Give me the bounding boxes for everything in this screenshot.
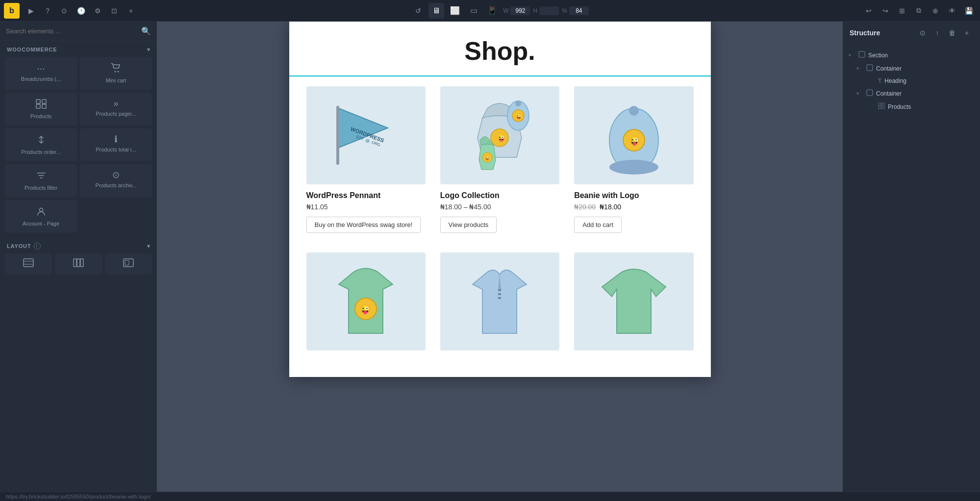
shop-header: Shop. <box>289 22 711 76</box>
product-card-beanie: 😜 Beanie with Logo ₦20.00 ₦18.00 Add to … <box>567 76 701 243</box>
layout-toggle[interactable]: ▾ <box>147 243 150 250</box>
add-action-button[interactable]: + <box>960 26 973 39</box>
elements-grid: ··· Breadcrumbs (... Mini cart <box>0 57 157 238</box>
container1-element-icon <box>866 64 873 73</box>
layout-section-element[interactable] <box>5 253 52 275</box>
svg-point-28 <box>609 160 658 175</box>
product-card-longsleeve <box>567 243 701 367</box>
polo-svg <box>463 262 536 341</box>
toolbar-center: ↺ 🖥 ⬜ ▭ 📱 W H % <box>140 3 859 19</box>
layout-section: LAYOUT i ▾ <box>0 238 157 275</box>
right-sidebar-header: Structure ⊙ ↑ 🗑 + <box>843 22 980 45</box>
settings-icon[interactable]: ⚙ <box>90 3 105 18</box>
redo-icon[interactable]: ↪ <box>878 3 893 18</box>
help-icon[interactable]: ? <box>40 3 55 18</box>
products-filter-element[interactable]: Products filter <box>5 164 77 197</box>
container1-label: Container <box>876 65 902 72</box>
products-filter-label: Products filter <box>25 185 57 191</box>
add-icon[interactable]: + <box>124 3 138 18</box>
tree-item-container-1[interactable]: ▾ Container <box>843 62 980 75</box>
products-total-element[interactable]: ℹ Products total r... <box>80 128 152 161</box>
heading-label: Heading <box>884 77 906 84</box>
search-input[interactable] <box>6 27 137 35</box>
product-image-logo: 😜 😜 😜 <box>440 86 559 184</box>
products-element[interactable]: Products <box>5 93 77 125</box>
delete-action-button[interactable]: 🗑 <box>946 26 958 39</box>
container2-label: Container <box>876 90 902 97</box>
woocommerce-label: WOOCOMMERCE <box>7 47 57 52</box>
svg-rect-10 <box>74 259 76 267</box>
logo-button[interactable]: b <box>4 3 20 19</box>
templates-icon[interactable]: ⊙ <box>57 3 72 18</box>
svg-point-0 <box>114 71 116 73</box>
product-btn-logo[interactable]: View products <box>440 217 497 233</box>
mini-cart-icon <box>111 63 122 75</box>
layout-info-icon[interactable]: i <box>34 243 41 250</box>
width-input[interactable] <box>510 6 530 15</box>
cursor-icon[interactable]: ▶ <box>24 3 38 18</box>
svg-rect-42 <box>879 106 881 109</box>
layers-icon[interactable]: ⧉ <box>911 3 926 18</box>
tree-item-heading[interactable]: T Heading <box>843 75 980 87</box>
undo-icon[interactable]: ↩ <box>861 3 876 18</box>
search-bar: 🔍 <box>0 22 157 41</box>
percent-input[interactable] <box>569 6 589 15</box>
svg-point-6 <box>39 208 43 212</box>
products-total-label: Products total r... <box>96 147 136 152</box>
preview-icon[interactable]: 👁 <box>945 3 959 18</box>
svg-rect-35 <box>498 293 501 295</box>
save-icon[interactable]: 💾 <box>961 3 976 18</box>
height-input-group: H <box>533 6 559 15</box>
right-sidebar: Structure ⊙ ↑ 🗑 + ▾ Section ▾ <box>843 22 980 492</box>
svg-rect-11 <box>77 259 80 267</box>
section-toggle-icon: ▾ <box>849 52 855 58</box>
svg-rect-12 <box>80 259 83 267</box>
copy-action-button[interactable]: ⊙ <box>916 26 929 39</box>
svg-point-22 <box>515 100 521 106</box>
container2-toggle-icon: ▾ <box>856 91 863 96</box>
woocommerce-toggle[interactable]: ▾ <box>147 46 150 53</box>
height-input[interactable] <box>539 6 559 15</box>
layout-columns-element[interactable] <box>55 253 102 275</box>
products-order-element[interactable]: Products order... <box>5 128 77 161</box>
svg-rect-36 <box>498 297 501 299</box>
mini-cart-label: Mini cart <box>106 77 126 83</box>
download-action-button[interactable]: ↑ <box>931 26 944 39</box>
products-pagination-element[interactable]: » Products pagin... <box>80 93 152 125</box>
desktop-device-button[interactable]: 🖥 <box>428 3 444 19</box>
mini-cart-element[interactable]: Mini cart <box>80 57 152 90</box>
logo-collection-svg: 😜 😜 😜 <box>460 94 539 177</box>
css-icon[interactable]: ⊡ <box>107 3 122 18</box>
history-icon[interactable]: 🕐 <box>74 3 88 18</box>
canvas-frame: Shop. WORDPRESS EST. ⚙️ .ORG WordPress P… <box>289 22 711 377</box>
account-page-element[interactable]: Account - Page <box>5 200 77 233</box>
tablet-portrait-button[interactable]: ▭ <box>466 3 481 19</box>
products-archive-element[interactable]: ⊙ Products archiv... <box>80 164 152 197</box>
wordpress-icon[interactable]: ⊕ <box>928 3 943 18</box>
product-btn-beanie[interactable]: Add to cart <box>574 217 622 233</box>
product-image-pennant: WORDPRESS EST. ⚙️ .ORG <box>306 86 426 184</box>
breadcrumbs-label: Breadcrumbs (... <box>21 76 61 82</box>
right-sidebar-actions: ⊙ ↑ 🗑 + <box>916 26 973 39</box>
svg-text:😜: 😜 <box>516 113 522 120</box>
refresh-icon[interactable]: ↺ <box>411 3 426 18</box>
breadcrumbs-element[interactable]: ··· Breadcrumbs (... <box>5 57 77 90</box>
mobile-button[interactable]: 📱 <box>484 3 500 19</box>
svg-point-1 <box>117 71 119 73</box>
svg-rect-34 <box>498 289 501 291</box>
tree-item-section[interactable]: ▾ Section <box>843 49 980 62</box>
search-icon: 🔍 <box>141 26 151 36</box>
grid-icon[interactable]: ⊞ <box>895 3 909 18</box>
product-card-polo <box>433 243 567 367</box>
svg-rect-5 <box>42 104 46 108</box>
svg-rect-38 <box>867 65 873 71</box>
tree-item-products[interactable]: Products <box>843 100 980 113</box>
layout-div-element[interactable] <box>105 253 152 275</box>
svg-rect-37 <box>859 51 865 57</box>
svg-rect-4 <box>36 104 40 108</box>
tree-item-container-2[interactable]: ▾ Container <box>843 87 980 100</box>
product-btn-pennant[interactable]: Buy on the WordPress swag store! <box>306 217 421 233</box>
products-grid-icon <box>36 99 47 110</box>
layout-header: LAYOUT i ▾ <box>5 238 152 253</box>
tablet-landscape-button[interactable]: ⬜ <box>447 3 463 19</box>
